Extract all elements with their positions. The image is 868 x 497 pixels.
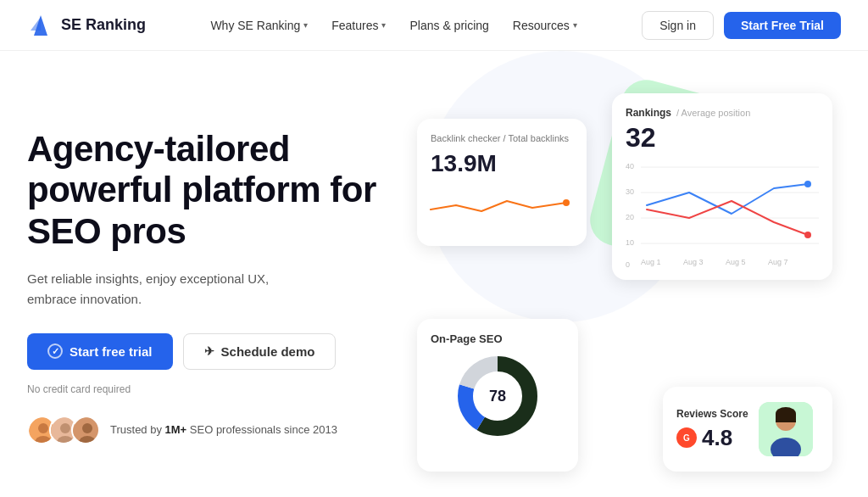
reviews-score-value: 4.8 bbox=[702, 425, 732, 451]
svg-point-11 bbox=[563, 199, 570, 206]
no-credit-text: No credit card required bbox=[27, 383, 392, 395]
svg-text:Aug 3: Aug 3 bbox=[683, 258, 704, 266]
schedule-demo-button[interactable]: ✈ Schedule demo bbox=[183, 333, 337, 370]
svg-text:10: 10 bbox=[626, 238, 634, 247]
nav-item-plans[interactable]: Plans & pricing bbox=[409, 19, 488, 32]
rankings-header: Rankings / Average position bbox=[626, 107, 819, 119]
hero-section: Agency-tailored powerful platform for SE… bbox=[0, 51, 868, 497]
header-actions: Sign in Start Free Trial bbox=[642, 11, 841, 40]
rankings-value: 32 bbox=[626, 122, 819, 154]
onpage-donut: 78 bbox=[455, 354, 540, 438]
svg-rect-35 bbox=[776, 414, 796, 422]
logo-text: SE Ranking bbox=[61, 16, 146, 34]
svg-marker-1 bbox=[31, 17, 41, 31]
g2-badge: G bbox=[676, 427, 697, 448]
main-nav: Why SE Ranking ▾ Features ▾ Plans & pric… bbox=[210, 19, 576, 32]
svg-point-9 bbox=[82, 423, 92, 433]
svg-text:20: 20 bbox=[626, 213, 634, 221]
person-photo bbox=[759, 402, 813, 456]
sparkline-svg bbox=[431, 184, 575, 218]
rankings-subtitle: / Average position bbox=[676, 108, 750, 118]
svg-text:30: 30 bbox=[626, 187, 634, 196]
nav-item-why[interactable]: Why SE Ranking ▾ bbox=[210, 19, 308, 32]
avatar bbox=[71, 416, 100, 444]
rankings-title: Rankings bbox=[626, 107, 671, 119]
onpage-card: On-Page SEO 78 bbox=[417, 319, 578, 472]
hero-title: Agency-tailored powerful platform for SE… bbox=[27, 129, 392, 252]
hero-subtitle: Get reliable insights, enjoy exceptional… bbox=[27, 269, 315, 310]
backlink-card: Backlink checker / Total backlinks 13.9M bbox=[417, 119, 587, 246]
start-trial-button[interactable]: Start Free Trial bbox=[724, 12, 841, 39]
rankings-card: Rankings / Average position 32 40 30 20 … bbox=[612, 93, 832, 280]
hero-left: Agency-tailored powerful platform for SE… bbox=[27, 129, 392, 444]
person-avatar bbox=[759, 402, 813, 456]
paper-plane-icon: ✈ bbox=[204, 344, 214, 358]
svg-text:Aug 7: Aug 7 bbox=[768, 258, 788, 266]
chevron-down-icon: ▾ bbox=[381, 20, 386, 30]
svg-point-22 bbox=[804, 232, 811, 238]
onpage-score: 78 bbox=[489, 388, 506, 405]
reviews-card: Reviews Score G 4.8 bbox=[663, 387, 832, 472]
circle-check-icon: ✓ bbox=[47, 343, 63, 359]
svg-text:Aug 1: Aug 1 bbox=[641, 258, 661, 266]
hero-buttons: ✓ Start free trial ✈ Schedule demo bbox=[27, 333, 392, 370]
social-proof: Trusted by 1M+ SEO professionals since 2… bbox=[27, 416, 392, 444]
svg-text:Aug 5: Aug 5 bbox=[726, 258, 746, 266]
svg-point-3 bbox=[38, 423, 48, 433]
reviews-info: Reviews Score G 4.8 bbox=[676, 408, 748, 451]
nav-item-resources[interactable]: Resources ▾ bbox=[513, 19, 577, 32]
onpage-title: On-Page SEO bbox=[431, 332, 565, 345]
reviews-label: Reviews Score bbox=[676, 408, 748, 420]
logo[interactable]: SE Ranking bbox=[27, 12, 146, 39]
svg-point-6 bbox=[60, 423, 70, 433]
backlink-value: 13.9M bbox=[431, 150, 573, 177]
hero-right: Backlink checker / Total backlinks 13.9M… bbox=[392, 76, 841, 497]
backlink-label: Backlink checker / Total backlinks bbox=[431, 132, 573, 145]
svg-point-21 bbox=[804, 181, 811, 187]
social-proof-text: Trusted by 1M+ SEO professionals since 2… bbox=[110, 422, 337, 438]
chevron-down-icon: ▾ bbox=[573, 20, 577, 30]
avatar-group bbox=[27, 416, 100, 444]
header: SE Ranking Why SE Ranking ▾ Features ▾ P… bbox=[0, 0, 868, 51]
backlink-sparkline bbox=[431, 184, 573, 218]
reviews-score-row: G 4.8 bbox=[676, 425, 748, 451]
rankings-chart: 40 30 20 10 0 Aug 1 Aug 3 Aug 5 bbox=[626, 159, 821, 269]
nav-item-features[interactable]: Features ▾ bbox=[331, 19, 386, 32]
svg-text:0: 0 bbox=[626, 260, 630, 269]
logo-icon bbox=[27, 12, 54, 39]
chevron-down-icon: ▾ bbox=[303, 20, 308, 30]
start-free-trial-button[interactable]: ✓ Start free trial bbox=[27, 333, 173, 370]
svg-text:40: 40 bbox=[626, 162, 634, 170]
sign-in-button[interactable]: Sign in bbox=[642, 11, 714, 40]
